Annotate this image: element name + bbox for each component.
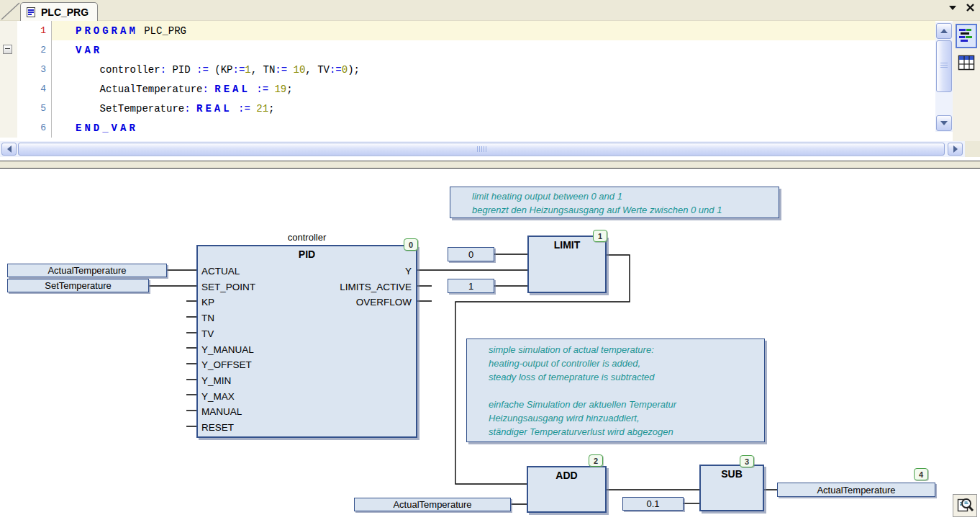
constant-box-limit-max[interactable]: 1 — [448, 279, 494, 293]
line-number: 4 — [17, 79, 52, 99]
code-token: ActualTemperature — [76, 84, 202, 95]
tab-list-dropdown-icon[interactable] — [949, 6, 956, 10]
code-token: ; — [286, 84, 292, 95]
code-rows: 1 PROGRAM PLC_PRG 2 VAR 3 controller: PI… — [0, 21, 935, 138]
code-token: := — [232, 64, 245, 76]
code-token: := — [232, 103, 257, 115]
code-line[interactable]: 2 VAR — [0, 40, 935, 60]
code-line[interactable]: 6 END_VAR — [0, 118, 935, 138]
declaration-editor[interactable]: 1 PROGRAM PLC_PRG 2 VAR 3 controller: PI… — [0, 21, 980, 141]
code-token: 19 — [274, 84, 286, 95]
pou-document-icon — [25, 6, 37, 18]
code-token: SetTemperature — [76, 103, 184, 115]
pid-output-pin: LIMITS_ACTIVE — [340, 279, 412, 295]
sub-block-title: SUB — [701, 466, 763, 482]
pid-exec-order-badge: 0 — [404, 238, 418, 251]
cfc-editor[interactable]: limit heating output between 0 and 1begr… — [0, 169, 980, 520]
comment-limit[interactable]: limit heating output between 0 and 1begr… — [450, 187, 779, 218]
input-box-add-actual-temperature[interactable]: ActualTemperature — [354, 498, 511, 511]
scroll-right-button[interactable] — [948, 143, 963, 156]
line-number: 2 — [17, 40, 52, 60]
fold-margin — [0, 99, 17, 118]
line-number: 1 — [17, 21, 52, 40]
codesys-window: PLC_PRG 1 PROGRAM PLC_PRG 2 VAR — [0, 0, 980, 520]
fold-margin — [0, 60, 17, 79]
pid-inputs: ACTUALSET_POINTKPTNTVY_MANUALY_OFFSETY_M… — [201, 264, 255, 436]
code-token: PLC_PRG — [138, 25, 186, 37]
output-box-actual-temperature[interactable]: ActualTemperature — [777, 483, 935, 497]
limit-block[interactable]: LIMIT — [527, 236, 607, 293]
pid-output-pin: OVERFLOW — [340, 295, 412, 310]
code-line[interactable]: 1 PROGRAM PLC_PRG — [0, 21, 935, 40]
code-token: 10 — [294, 64, 306, 76]
pid-input-pin: Y_MIN — [201, 373, 255, 389]
editor-view-switcher — [953, 21, 980, 141]
code-token: := — [275, 64, 293, 76]
code-token: PROGRAM — [76, 25, 138, 37]
code-token: := — [196, 64, 214, 76]
code-text: END_VAR — [52, 118, 935, 138]
pane-splitter[interactable] — [0, 161, 980, 169]
tab-plc-prg[interactable]: PLC_PRG — [20, 2, 98, 21]
scroll-down-button[interactable] — [936, 115, 952, 131]
code-token: VAR — [76, 45, 102, 56]
pid-input-pin: ACTUAL — [201, 264, 255, 279]
comment-simulation[interactable]: simple simulation of actual temperature:… — [466, 339, 765, 442]
code-line[interactable]: 5 SetTemperature: REAL := 21; — [0, 99, 935, 118]
code-line[interactable]: 3 controller: PID := (KP:=1, TN:= 10, TV… — [0, 60, 935, 79]
arrow-down-icon — [940, 121, 948, 125]
code-token: , TN — [251, 64, 276, 76]
tabular-view-icon — [958, 55, 975, 71]
code-token: PID — [172, 64, 196, 76]
editor-vertical-scrollbar[interactable] — [935, 22, 953, 132]
scroll-up-button[interactable] — [936, 23, 952, 39]
comment-line: heating-output of controller is added, — [489, 357, 758, 370]
tabular-view-button[interactable] — [957, 54, 976, 71]
comment-line: steady loss of temeprature is subtracted — [489, 370, 758, 384]
comment-line: limit heating output between 0 and 1 — [472, 189, 773, 203]
arrow-left-icon — [7, 145, 12, 153]
horizontal-scroll-thumb[interactable] — [18, 143, 945, 156]
comment-line: begrenzt den Heizungsausgang auf Werte z… — [472, 203, 773, 217]
code-token: 1 — [245, 64, 250, 76]
scroll-left-button[interactable] — [1, 143, 17, 156]
code-token: ); — [348, 64, 360, 76]
code-text: controller: PID := (KP:=1, TN:= 10, TV:=… — [52, 60, 935, 79]
output-exec-order-badge: 4 — [914, 468, 928, 480]
input-box-set-temperature[interactable]: SetTemperature — [7, 279, 149, 292]
code-token: : — [184, 103, 196, 115]
code-line[interactable]: 4 ActualTemperature: REAL := 19; — [0, 79, 935, 99]
code-text: VAR — [52, 40, 935, 60]
comment-line: ständiger Temperaturverlust wird abgezog… — [489, 425, 758, 439]
pid-block[interactable]: PID ACTUALSET_POINTKPTNTVY_MANUALY_OFFSE… — [196, 245, 417, 438]
code-text: SetTemperature: REAL := 21; — [52, 99, 935, 118]
textual-view-button[interactable] — [956, 24, 977, 48]
constant-box-limit-min[interactable]: 0 — [448, 247, 494, 261]
add-block[interactable]: ADD — [527, 466, 607, 513]
code-text: ActualTemperature: REAL := 19; — [52, 79, 935, 99]
collapse-region-icon[interactable] — [3, 45, 12, 54]
vertical-scroll-thumb[interactable] — [936, 40, 952, 92]
comment-line — [489, 384, 758, 398]
add-exec-order-badge: 2 — [589, 454, 603, 467]
code-token: REAL — [196, 103, 232, 115]
constant-box-loss[interactable]: 0.1 — [622, 497, 684, 511]
code-token: REAL — [214, 84, 250, 95]
cfc-zoom-button[interactable] — [953, 494, 977, 517]
editor-horizontal-scrollbar[interactable] — [0, 141, 980, 157]
fold-margin — [0, 118, 17, 138]
line-number: 5 — [17, 99, 52, 118]
code-token: controller — [76, 64, 160, 76]
line-number: 6 — [17, 118, 52, 138]
code-token: : — [202, 84, 214, 95]
pid-input-pin: TV — [201, 326, 255, 342]
sub-block[interactable]: SUB — [699, 465, 764, 511]
tab-label: PLC_PRG — [41, 6, 89, 18]
code-token: 0 — [342, 64, 348, 76]
comment-line: einfache Simulation der aktuellen Temper… — [489, 398, 758, 411]
close-tab-icon[interactable] — [966, 4, 974, 12]
tab-controls — [949, 4, 974, 12]
line-number: 3 — [17, 60, 52, 79]
input-box-actual-temperature[interactable]: ActualTemperature — [7, 264, 167, 277]
pid-input-pin: TN — [201, 310, 255, 326]
